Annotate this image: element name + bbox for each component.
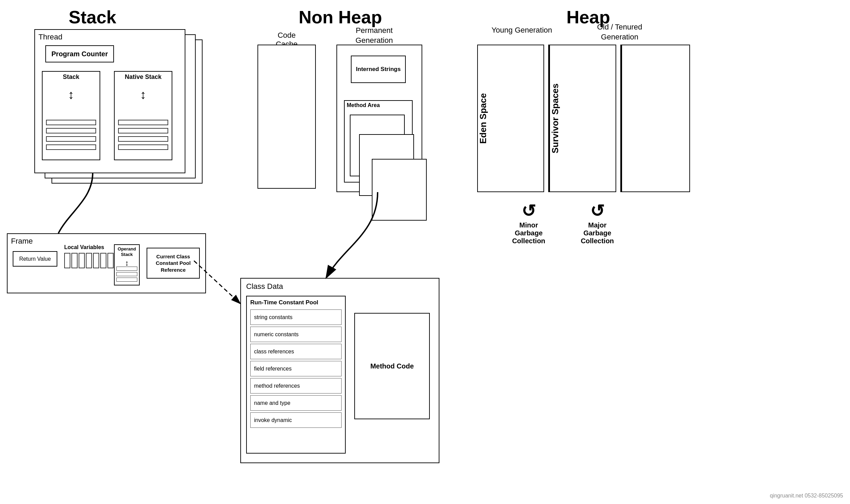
young-gen-title: Young Generation — [487, 26, 556, 35]
stack-arrow: ↕ — [43, 87, 100, 102]
minor-gc-label: Minor Garbage Collection — [512, 221, 545, 245]
major-gc-label: Major Garbage Collection — [581, 221, 614, 245]
eden-label: Eden Space — [478, 45, 489, 191]
op-line-3 — [116, 278, 137, 282]
native-line-4 — [118, 144, 168, 150]
major-gc-arrow: ↺ — [577, 202, 618, 220]
return-value-box: Return Value — [13, 251, 57, 267]
class-data-box: Class Data Run-Time Constant Pool string… — [240, 278, 439, 463]
local-var-3 — [79, 253, 85, 268]
frame-label: Frame — [11, 237, 33, 246]
stack-sub-box: Stack ↕ — [42, 71, 100, 160]
native-stack-label: Native Stack — [115, 72, 172, 81]
op-line-1 — [116, 267, 137, 271]
rcp-item-1: string constants — [250, 309, 342, 325]
stack-line-2 — [46, 128, 96, 133]
interned-strings-box: Interned Strings — [351, 56, 406, 83]
old-gen-title: Old / Tenured Generation — [584, 22, 656, 42]
method-area-outer: Method Area — [344, 100, 413, 183]
stack-line-4 — [46, 144, 96, 150]
operand-stack-box: Operand Stack ↕ — [114, 244, 140, 285]
method-area-inner2 — [359, 134, 414, 196]
class-data-label: Class Data — [246, 282, 283, 291]
thread-label: Thread — [38, 33, 62, 42]
local-var-2 — [71, 253, 78, 268]
program-counter-box: Program Counter — [45, 45, 114, 62]
rcp-label: Run-Time Constant Pool — [247, 296, 345, 308]
native-stack-box: Native Stack ↕ — [114, 71, 172, 160]
perm-gen-title: Permanent Generation — [343, 26, 405, 45]
rcp-item-5: method references — [250, 378, 342, 394]
perm-gen-box: Interned Strings Method Area — [336, 45, 422, 192]
minor-gc: ↺ Minor Garbage Collection — [508, 202, 549, 245]
method-area-inner1 — [350, 115, 405, 176]
rcp-item-2: numeric constants — [250, 327, 342, 342]
op-line-2 — [116, 272, 137, 276]
local-var-1 — [64, 253, 70, 268]
stack-line-1 — [46, 120, 96, 125]
operand-lines — [116, 267, 137, 283]
ccpr-box: Current Class Constant Pool Reference — [147, 248, 200, 279]
rcp-item-3: class references — [250, 344, 342, 359]
rcp-box: Run-Time Constant Pool string constants … — [246, 296, 346, 454]
stack-sub-label: Stack — [43, 72, 100, 81]
eden-box: Eden Space — [477, 45, 544, 192]
nonheap-title: Non Heap — [299, 7, 382, 27]
method-area-to-classdata-curve — [326, 192, 378, 278]
rcp-item-7: invoke dynamic — [250, 412, 342, 428]
code-cache-box — [257, 45, 316, 189]
survivor-label: Survivor Spaces — [550, 45, 561, 191]
native-line-2 — [118, 128, 168, 133]
local-var-7 — [107, 253, 114, 268]
operand-stack-label: Operand Stack — [115, 245, 139, 257]
old-tenured-box — [621, 45, 690, 192]
minor-gc-arrow: ↺ — [508, 202, 549, 220]
stack-title: Stack — [69, 7, 116, 27]
watermark: qingruanit.net 0532-85025095 — [770, 493, 843, 499]
native-line-1 — [118, 120, 168, 125]
local-var-4 — [86, 253, 92, 268]
method-code-box: Method Code — [354, 313, 430, 419]
local-var-6 — [100, 253, 106, 268]
frame-box: Frame Return Value Local Variables Opera… — [7, 233, 206, 293]
rcp-item-4: field references — [250, 361, 342, 376]
stack-line-3 — [46, 136, 96, 142]
survivor-box: Survivor Spaces — [549, 45, 616, 192]
local-var-5 — [93, 253, 99, 268]
stack-lines — [46, 120, 96, 153]
native-line-3 — [118, 136, 168, 142]
thread-box: Thread Program Counter Stack ↕ Native St… — [34, 29, 185, 173]
method-area-inner3 — [372, 159, 427, 221]
rcp-item-6: name and type — [250, 395, 342, 411]
native-stack-lines — [118, 120, 168, 153]
major-gc: ↺ Major Garbage Collection — [577, 202, 618, 245]
method-area-label: Method Area — [345, 101, 412, 110]
local-vars-label: Local Variables — [64, 244, 104, 250]
native-arrow: ↕ — [115, 87, 172, 102]
